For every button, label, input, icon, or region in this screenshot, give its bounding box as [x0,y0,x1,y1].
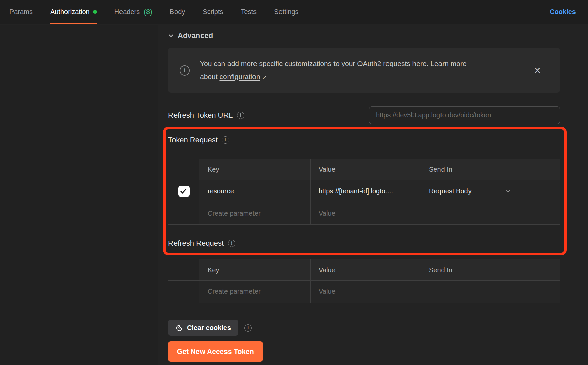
sendin-column-header: Send In [421,259,560,280]
tab-label: Authorization [50,8,90,16]
request-tab-bar: Params Authorization Headers (8) Body Sc… [0,0,588,24]
token-request-table: Key Value Send In resource https://[tena… [168,159,560,225]
key-cell[interactable]: Create parameter [199,281,310,303]
value-cell[interactable]: Value [310,281,421,303]
send-in-value: Request Body [429,187,472,195]
value-placeholder: Value [319,288,336,296]
tab-label: Settings [274,8,298,16]
banner-text: You can add more specific customizations… [200,57,482,84]
app-window: Params Authorization Headers (8) Body Sc… [0,0,588,365]
checkbox-column-header [168,159,199,180]
row-checkbox[interactable] [178,186,190,197]
tab-label: Body [170,8,185,16]
checkmark-icon [180,187,187,193]
tab-authorization[interactable]: Authorization [50,0,97,24]
info-icon[interactable]: i [237,112,244,119]
table-header-row: Key Value Send In [168,159,560,180]
configuration-link[interactable]: configuration [219,73,260,80]
info-icon[interactable]: i [222,136,229,144]
table-header-row: Key Value Send In [168,259,560,280]
row-checkbox-cell [168,180,199,202]
tab-label: Tests [241,8,257,16]
tab-settings[interactable]: Settings [274,0,298,24]
external-link-icon: ↗ [262,74,267,80]
authorization-advanced-panel: Advanced i You can add more specific cus… [158,24,588,365]
advanced-section-toggle[interactable]: Advanced [168,31,213,40]
tab-label: Params [9,8,33,16]
value-placeholder: Value [319,209,336,217]
chevron-down-icon [505,188,511,194]
refresh-token-url-row: Refresh Token URL i [168,106,560,124]
tab-label: Scripts [203,8,223,16]
close-icon[interactable]: ✕ [534,66,541,75]
tab-label: Headers [114,8,140,16]
get-new-access-token-button[interactable]: Get New Access Token [168,341,263,362]
value-cell[interactable]: https://[tenant-id].logto.... [310,180,421,202]
chevron-down-icon [168,33,174,39]
unsaved-changes-dot [93,10,97,14]
clear-cookies-row: Clear cookies i [168,320,252,336]
tab-headers[interactable]: Headers (8) [114,0,152,24]
tab-tests[interactable]: Tests [241,0,257,24]
tab-body[interactable]: Body [170,0,185,24]
table-placeholder-row: Create parameter Value [168,280,560,303]
key-cell[interactable]: Create parameter [199,202,310,224]
cookie-icon [176,324,183,332]
refresh-token-url-input[interactable] [369,106,560,124]
table-row: resource https://[tenant-id].logto.... R… [168,180,560,202]
clear-cookies-label: Clear cookies [187,324,231,332]
refresh-request-label: Refresh Request [168,239,224,248]
key-cell[interactable]: resource [199,180,310,202]
key-placeholder: Create parameter [208,288,261,296]
tab-scripts[interactable]: Scripts [203,0,223,24]
refresh-token-url-label: Refresh Token URL [168,111,233,120]
sendin-column-header: Send In [421,159,560,180]
value-column-header: Value [310,259,421,280]
clear-cookies-button[interactable]: Clear cookies [168,320,238,336]
key-placeholder: Create parameter [208,209,261,217]
table-placeholder-row: Create parameter Value [168,202,560,224]
value-cell[interactable]: Value [310,202,421,224]
token-request-label: Token Request [168,136,218,144]
send-in-dropdown[interactable]: Request Body [429,187,560,195]
sendin-cell [421,281,560,303]
headers-count-badge: (8) [144,8,152,16]
advanced-title: Advanced [178,31,213,40]
sendin-cell [421,202,560,224]
value-column-header: Value [310,159,421,180]
sendin-cell: Request Body [421,180,560,202]
token-request-label-group: Token Request i [168,136,229,144]
key-column-header: Key [199,159,310,180]
cookies-link[interactable]: Cookies [550,0,576,24]
refresh-request-table: Key Value Send In Create parameter Value [168,259,560,303]
checkbox-column-header [168,259,199,280]
info-banner: i You can add more specific customizatio… [168,48,560,93]
left-empty-panel [0,25,158,365]
tab-params[interactable]: Params [9,0,33,24]
info-icon[interactable]: i [244,324,252,332]
row-checkbox-cell [168,202,199,224]
refresh-token-url-label-group: Refresh Token URL i [168,111,244,120]
info-icon[interactable]: i [228,240,235,247]
row-checkbox-cell [168,281,199,303]
refresh-request-label-group: Refresh Request i [168,239,235,248]
key-column-header: Key [199,259,310,280]
info-icon: i [180,65,190,76]
